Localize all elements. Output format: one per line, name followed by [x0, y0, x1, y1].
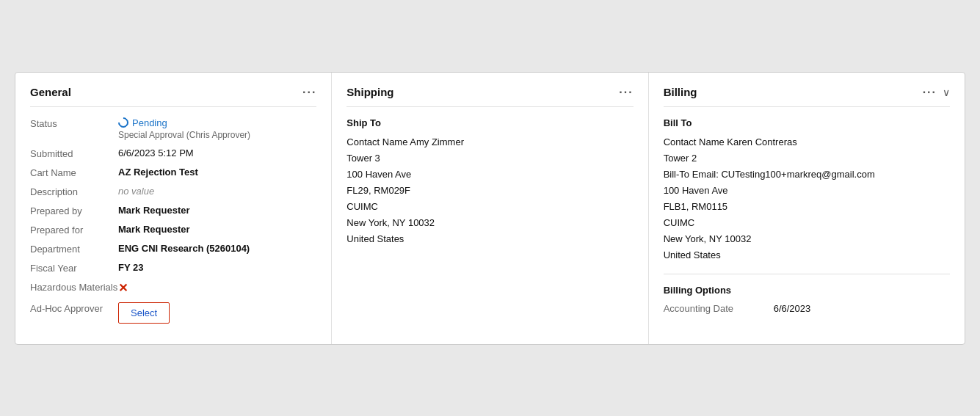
ship-to-address: Contact Name Amy Zimmer Tower 3 100 Have…: [346, 134, 633, 248]
ship-to-heading: Ship To: [346, 117, 633, 128]
cart-name-row: Cart Name AZ Rejection Test: [30, 167, 316, 178]
general-dots-menu[interactable]: ···: [302, 86, 316, 99]
prepared-for-value: Mark Requester: [118, 224, 316, 235]
billing-actions[interactable]: ··· ∨: [923, 86, 950, 99]
fiscal-year-value: FY 23: [118, 262, 316, 273]
bill-line2: Bill-To Email: CUTesting100+markreq@gmai…: [664, 167, 950, 183]
general-title: General: [30, 86, 71, 98]
billing-title: Billing: [664, 86, 697, 98]
ship-contact-name: Contact Name Amy Zimmer: [346, 134, 633, 150]
ship-line4: CUIMC: [346, 199, 633, 215]
ship-line1: Tower 3: [346, 150, 633, 167]
billing-divider: [664, 274, 950, 274]
general-actions[interactable]: ···: [302, 86, 316, 99]
status-sub-text: Special Approval (Chris Approver): [118, 130, 316, 140]
cart-name-label: Cart Name: [30, 167, 118, 178]
status-value-container: Pending Special Approval (Chris Approver…: [118, 117, 316, 140]
ship-line6: United States: [346, 231, 633, 247]
billing-panel: Billing ··· ∨ Bill To Contact Name Karen…: [649, 73, 965, 344]
submitted-label: Submitted: [30, 147, 118, 159]
submitted-row: Submitted 6/6/2023 5:12 PM: [30, 147, 316, 159]
billing-chevron-icon[interactable]: ∨: [943, 87, 950, 98]
fiscal-year-label: Fiscal Year: [30, 262, 118, 274]
shipping-actions[interactable]: ···: [619, 86, 633, 99]
shipping-panel: Shipping ··· Ship To Contact Name Amy Zi…: [332, 73, 648, 344]
description-value: no value: [118, 186, 316, 197]
ship-line3: FL29, RM029F: [346, 183, 633, 199]
bill-line4: FLB1, RM0115: [664, 199, 950, 215]
prepared-for-label: Prepared for: [30, 224, 118, 236]
status-text: Pending: [132, 117, 167, 128]
bill-line7: United States: [664, 247, 950, 263]
bill-contact-name: Contact Name Karen Contreras: [664, 134, 950, 150]
accounting-date-label: Accounting Date: [664, 303, 759, 314]
prepared-by-value: Mark Requester: [118, 205, 316, 216]
description-label: Description: [30, 186, 118, 197]
department-row: Department ENG CNI Research (5260104): [30, 243, 316, 255]
ship-line5: New York, NY 10032: [346, 215, 633, 231]
ad-hoc-label: Ad-Hoc Approver: [30, 302, 118, 314]
hazardous-label: Hazardous Materials: [30, 281, 118, 293]
hazardous-row: Hazardous Materials ✕: [30, 281, 316, 295]
ship-line2: 100 Haven Ave: [346, 167, 633, 183]
description-row: Description no value: [30, 186, 316, 197]
status-label: Status: [30, 117, 118, 129]
prepared-by-label: Prepared by: [30, 205, 118, 216]
department-value: ENG CNI Research (5260104): [118, 243, 316, 254]
bill-line1: Tower 2: [664, 150, 950, 167]
submitted-value: 6/6/2023 5:12 PM: [118, 147, 316, 158]
billing-options-heading: Billing Options: [664, 285, 950, 296]
accounting-date-row: Accounting Date 6/6/2023: [664, 303, 950, 314]
accounting-date-value: 6/6/2023: [774, 303, 811, 314]
shipping-header: Shipping ···: [346, 86, 633, 107]
general-panel: General ··· Status Pending Special Appro…: [15, 73, 332, 344]
bill-to-heading: Bill To: [664, 117, 950, 128]
cart-name-value: AZ Rejection Test: [118, 167, 316, 178]
prepared-for-row: Prepared for Mark Requester: [30, 224, 316, 236]
billing-dots-menu[interactable]: ···: [923, 86, 937, 99]
billing-header: Billing ··· ∨: [664, 86, 950, 107]
status-row: Status Pending Special Approval (Chris A…: [30, 117, 316, 140]
prepared-by-row: Prepared by Mark Requester: [30, 205, 316, 216]
bill-to-address: Contact Name Karen Contreras Tower 2 Bil…: [664, 134, 950, 264]
bill-line6: New York, NY 10032: [664, 231, 950, 247]
shipping-dots-menu[interactable]: ···: [619, 86, 633, 99]
ad-hoc-row: Ad-Hoc Approver Select: [30, 302, 316, 324]
select-button[interactable]: Select: [118, 302, 170, 324]
fiscal-year-row: Fiscal Year FY 23: [30, 262, 316, 274]
refresh-icon: [116, 115, 131, 130]
status-line: Pending: [118, 117, 316, 128]
hazardous-x-icon: ✕: [118, 281, 316, 295]
general-header: General ···: [30, 86, 316, 107]
bill-line3: 100 Haven Ave: [664, 183, 950, 199]
shipping-title: Shipping: [346, 86, 393, 98]
bill-line5: CUIMC: [664, 215, 950, 231]
department-label: Department: [30, 243, 118, 255]
